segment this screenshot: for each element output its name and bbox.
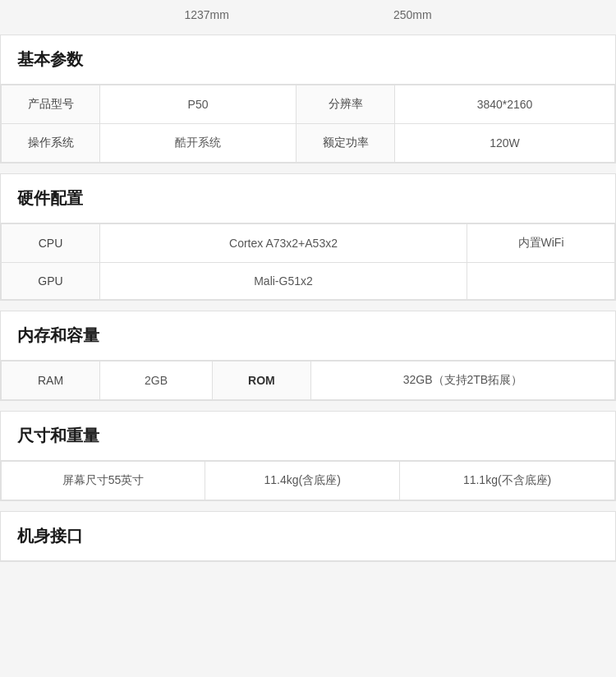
section-header-dimensions: 尺寸和重量 bbox=[1, 412, 615, 461]
value-wifi: 内置WiFi bbox=[467, 224, 615, 263]
label-rom: ROM bbox=[212, 362, 310, 400]
value-model: P50 bbox=[100, 85, 297, 124]
table-row-ram: RAM 2GB ROM 32GB（支持2TB拓展） bbox=[2, 362, 615, 400]
value-power: 120W bbox=[395, 124, 615, 163]
value-ram: 2GB bbox=[100, 362, 213, 400]
section-header-basic-params: 基本参数 bbox=[1, 35, 615, 85]
section-interfaces: 机身接口 bbox=[0, 511, 616, 562]
value-rom: 32GB（支持2TB拓展） bbox=[310, 362, 614, 400]
section-header-memory: 内存和容量 bbox=[1, 311, 615, 361]
section-title-hardware: 硬件配置 bbox=[17, 189, 83, 207]
label-os: 操作系统 bbox=[2, 124, 100, 163]
label-ram: RAM bbox=[2, 362, 100, 400]
basic-params-table: 产品型号 P50 分辨率 3840*2160 操作系统 酷开系统 额定功率 12… bbox=[1, 85, 615, 163]
value-weight-without-stand: 11.1kg(不含底座) bbox=[400, 462, 615, 500]
label-gpu: GPU bbox=[2, 263, 100, 300]
dimensions-table: 屏幕尺寸55英寸 11.4kg(含底座) 11.1kg(不含底座) bbox=[1, 461, 615, 500]
section-header-interfaces: 机身接口 bbox=[1, 512, 615, 561]
table-row-dimensions: 屏幕尺寸55英寸 11.4kg(含底座) 11.1kg(不含底座) bbox=[2, 462, 615, 500]
section-title-memory: 内存和容量 bbox=[17, 326, 99, 344]
section-basic-params: 基本参数 产品型号 P50 分辨率 3840*2160 操作系统 酷开系统 额定… bbox=[0, 35, 616, 163]
section-title-basic-params: 基本参数 bbox=[17, 50, 83, 68]
table-row-gpu: GPU Mali-G51x2 bbox=[2, 263, 615, 300]
top-right-value: 250mm bbox=[393, 8, 432, 21]
top-bar: 1237mm 250mm bbox=[0, 0, 616, 35]
section-header-hardware: 硬件配置 bbox=[1, 174, 615, 223]
value-cpu: Cortex A73x2+A53x2 bbox=[100, 224, 467, 263]
value-gpu: Mali-G51x2 bbox=[100, 263, 467, 300]
value-screen-size: 屏幕尺寸55英寸 bbox=[2, 462, 205, 500]
memory-table: RAM 2GB ROM 32GB（支持2TB拓展） bbox=[1, 361, 615, 400]
top-left-value: 1237mm bbox=[184, 8, 228, 21]
table-row-cpu: CPU Cortex A73x2+A53x2 内置WiFi bbox=[2, 224, 615, 263]
section-memory: 内存和容量 RAM 2GB ROM 32GB（支持2TB拓展） bbox=[0, 311, 616, 401]
section-dimensions: 尺寸和重量 屏幕尺寸55英寸 11.4kg(含底座) 11.1kg(不含底座) bbox=[0, 411, 616, 501]
section-title-dimensions: 尺寸和重量 bbox=[17, 426, 99, 444]
section-hardware: 硬件配置 CPU Cortex A73x2+A53x2 内置WiFi GPU M… bbox=[0, 173, 616, 301]
hardware-table: CPU Cortex A73x2+A53x2 内置WiFi GPU Mali-G… bbox=[1, 223, 615, 300]
label-cpu: CPU bbox=[2, 224, 100, 263]
label-model: 产品型号 bbox=[2, 85, 100, 124]
section-title-interfaces: 机身接口 bbox=[17, 527, 83, 545]
value-os: 酷开系统 bbox=[100, 124, 297, 163]
table-row: 操作系统 酷开系统 额定功率 120W bbox=[2, 124, 615, 163]
value-weight-with-stand: 11.4kg(含底座) bbox=[205, 462, 400, 500]
label-power: 额定功率 bbox=[297, 124, 395, 163]
value-resolution: 3840*2160 bbox=[395, 85, 615, 124]
label-resolution: 分辨率 bbox=[297, 85, 395, 124]
table-row: 产品型号 P50 分辨率 3840*2160 bbox=[2, 85, 615, 124]
value-gpu-extra bbox=[467, 263, 615, 300]
